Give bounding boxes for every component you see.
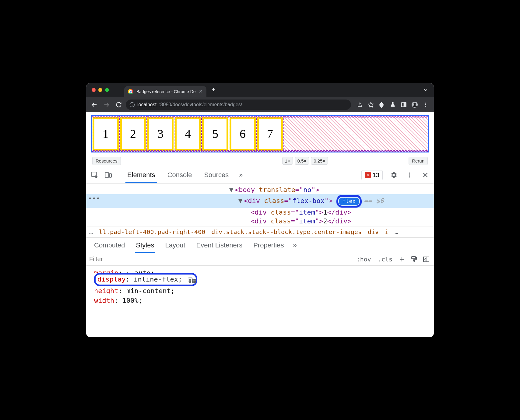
svg-marker-5 [368, 102, 374, 107]
new-tab-button[interactable]: + [212, 86, 216, 93]
crumb-prev[interactable]: … [89, 228, 93, 236]
error-icon: ✕ [365, 172, 371, 178]
share-icon[interactable] [355, 100, 365, 110]
subtabs-more-icon[interactable]: » [289, 241, 300, 249]
paint-icon[interactable] [409, 255, 419, 264]
hov-toggle[interactable]: :hov [355, 254, 373, 264]
back-button[interactable] [89, 100, 100, 110]
url-host: localhost [137, 102, 156, 107]
ellipsis-icon[interactable]: ••• [88, 195, 100, 202]
panel-icon[interactable] [399, 100, 409, 110]
cls-toggle[interactable]: .cls [376, 254, 394, 264]
error-count-badge[interactable]: ✕ 13 [361, 170, 383, 180]
flex-item[interactable]: 7 [257, 117, 283, 151]
expand-icon[interactable]: ▼ [238, 197, 244, 205]
inspect-icon[interactable] [89, 169, 101, 181]
zoom-025x[interactable]: 0.25× [311, 157, 328, 165]
zoom-05x[interactable]: 0.5× [295, 157, 309, 165]
svg-rect-15 [105, 173, 109, 177]
sidebar-toggle-icon[interactable] [422, 255, 431, 264]
flex-item[interactable]: 2 [120, 117, 146, 151]
flex-free-space [284, 116, 428, 152]
styles-filter-row: :hov .cls + [86, 253, 434, 266]
filter-input[interactable] [89, 256, 352, 263]
svg-point-11 [425, 103, 426, 103]
tab-sources[interactable]: Sources [199, 167, 234, 183]
address-bar[interactable]: localhost:8080/docs/devtools/elements/ba… [126, 100, 351, 110]
minimize-window[interactable] [98, 88, 102, 92]
site-info-icon[interactable] [129, 102, 135, 107]
dom-tree[interactable]: ▼<body translate="no"> ••• ▼<div class="… [86, 184, 434, 226]
reload-button[interactable] [114, 100, 124, 110]
chrome-icon [128, 89, 133, 94]
close-window[interactable] [92, 88, 96, 92]
crumb-node[interactable]: ll.pad-left-400.pad-right-400 [99, 228, 205, 236]
profile-icon[interactable] [409, 100, 420, 110]
flex-item[interactable]: 1 [93, 117, 119, 151]
device-icon[interactable] [102, 169, 114, 181]
display-property-highlight: display: inline-flex; [94, 273, 197, 286]
demo-toolbar: Resources 1× 0.5× 0.25× Rerun [92, 157, 428, 165]
crumb-node[interactable]: i [385, 228, 388, 236]
close-tab-icon[interactable]: ✕ [199, 89, 203, 94]
settings-icon[interactable] [388, 169, 400, 181]
labs-icon[interactable] [388, 100, 398, 110]
devtools-close-icon[interactable] [419, 169, 431, 181]
dom-breadcrumb[interactable]: … ll.pad-left-400.pad-right-400 div.stac… [86, 226, 434, 238]
subtab-layout[interactable]: Layout [160, 238, 191, 253]
url-path: :8080/docs/devtools/elements/badges/ [159, 102, 242, 107]
dom-node[interactable]: <div class="item">1</div> [86, 208, 434, 217]
svg-point-10 [413, 103, 416, 105]
svg-point-19 [409, 177, 410, 178]
toolbar-actions [355, 100, 431, 110]
tabs-more-icon[interactable]: » [235, 171, 246, 179]
crumb-node[interactable]: div.stack.stack--block.type.center-image… [211, 228, 362, 236]
svg-rect-22 [412, 257, 416, 259]
svg-point-12 [425, 104, 426, 105]
tab-console[interactable]: Console [162, 167, 198, 183]
devtools: Elements Console Sources » ✕ 13 ▼<body t… [86, 167, 434, 337]
flex-item[interactable]: 4 [175, 117, 201, 151]
devtools-tabs: Elements Console Sources » ✕ 13 [86, 167, 434, 184]
subtab-event-listeners[interactable]: Event Listeners [191, 238, 248, 253]
extensions-icon[interactable] [377, 100, 387, 110]
toolbar: localhost:8080/docs/devtools/elements/ba… [86, 97, 434, 112]
dom-node-selected[interactable]: ••• ▼<div class="flex-box"> flex== $0 [86, 194, 434, 208]
tab-title: Badges reference - Chrome De [136, 89, 196, 94]
styles-subtabs: Computed Styles Layout Event Listeners P… [86, 238, 434, 253]
menu-icon[interactable] [420, 100, 431, 110]
expand-icon[interactable]: ▼ [229, 186, 235, 194]
dom-node[interactable]: <div class="item">2</div> [86, 217, 434, 226]
css-declarations[interactable]: margin: ▸ auto; display: inline-flex; he… [86, 266, 434, 306]
dom-node[interactable]: ▼<body translate="no"> [86, 185, 434, 194]
resources-button[interactable]: Resources [92, 157, 121, 165]
crumb-next[interactable]: … [395, 228, 398, 236]
titlebar: Badges reference - Chrome De ✕ + [86, 83, 434, 97]
tabs-overflow-icon[interactable] [420, 86, 431, 95]
svg-point-17 [409, 173, 410, 174]
new-rule-icon[interactable]: + [397, 255, 406, 264]
flex-item[interactable]: 6 [230, 117, 256, 151]
flex-editor-icon[interactable] [188, 277, 193, 282]
bookmark-icon[interactable] [366, 100, 376, 110]
devtools-menu-icon[interactable] [403, 169, 416, 181]
maximize-window[interactable] [105, 88, 109, 92]
zoom-group: 1× 0.5× 0.25× [282, 157, 328, 165]
forward-button[interactable] [101, 100, 112, 110]
page-content: 1 2 3 4 5 6 7 Resources 1× 0.5× 0.25× Re… [86, 112, 434, 167]
flex-item[interactable]: 5 [202, 117, 228, 151]
flex-container-demo[interactable]: 1 2 3 4 5 6 7 [91, 115, 429, 152]
crumb-node[interactable]: div [368, 228, 379, 236]
flex-item[interactable]: 3 [147, 117, 174, 151]
flex-badge[interactable]: flex [339, 198, 359, 205]
svg-rect-23 [413, 261, 414, 262]
svg-rect-16 [109, 174, 111, 177]
rerun-button[interactable]: Rerun [409, 157, 428, 165]
subtab-properties[interactable]: Properties [248, 238, 289, 253]
browser-tab[interactable]: Badges reference - Chrome De ✕ [124, 86, 206, 97]
subtab-computed[interactable]: Computed [89, 238, 131, 253]
svg-rect-8 [404, 103, 406, 107]
zoom-1x[interactable]: 1× [282, 157, 293, 165]
tab-elements[interactable]: Elements [122, 167, 161, 183]
subtab-styles[interactable]: Styles [131, 238, 160, 253]
